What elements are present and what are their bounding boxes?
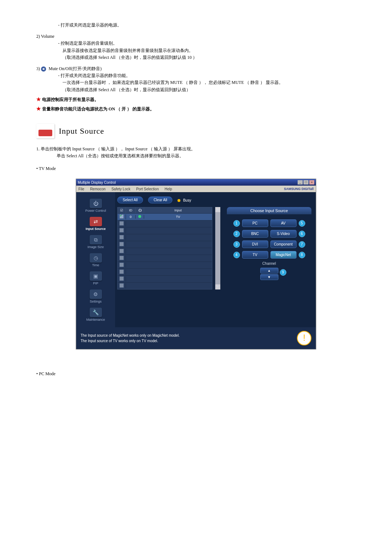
source-bnc-button[interactable]: BNC [242, 230, 268, 238]
sidebar-label-pip: PIP [78, 281, 113, 285]
table-row[interactable] [118, 248, 212, 255]
tv-mode-label: • TV Mode [36, 166, 370, 171]
source-pc-button[interactable]: PC [242, 219, 268, 227]
maximize-button[interactable]: □ [303, 180, 309, 185]
row-checkbox[interactable] [119, 276, 124, 281]
star-icon: ★ [36, 106, 41, 112]
table-row[interactable] [118, 262, 212, 268]
channel-down-button[interactable]: ▼ [260, 274, 278, 280]
source-av-button[interactable]: AV [270, 219, 297, 227]
mute-label: Mute On/Off(打开/关闭静音) [49, 66, 102, 71]
section-heading: Input Source [36, 124, 370, 138]
table-row[interactable]: 0 TV [118, 213, 212, 220]
menu-file[interactable]: File [78, 187, 84, 191]
table-row[interactable] [118, 255, 212, 262]
table-row[interactable] [118, 241, 212, 248]
panel-heading: Choose Input Source [227, 207, 311, 214]
power-desc: - 打开或关闭选定显示器的电源。 [58, 22, 370, 29]
star-note-2: ★ 音量和静音功能只适合电源状态为 ON （ 开 ） 的显示器。 [36, 106, 370, 112]
image-size-icon: ⧉ [90, 235, 102, 244]
sidebar-item-input-source[interactable]: ⇄ Input Source [78, 216, 113, 233]
table-row[interactable] [118, 282, 212, 289]
row-checkbox[interactable] [119, 270, 124, 274]
channel-block: Channel ▲ ▼ 9 [227, 262, 311, 281]
star-icon: ★ [36, 97, 41, 102]
step1-num: 1. [36, 146, 40, 151]
callout-7: 7 [299, 241, 305, 248]
brand-label: SAMSUNG DIGITall [284, 187, 314, 191]
busy-label: Busy [183, 198, 191, 202]
star2-text: 音量和静音功能只适合电源状态为 ON （ 开 ） 的显示器。 [42, 106, 154, 112]
sidebar-item-image-size[interactable]: ⧉ Image Size [78, 234, 113, 251]
source-dvi-button[interactable]: DVI [242, 240, 268, 248]
select-all-button[interactable]: Select All [117, 197, 143, 203]
mute-desc1: - 打开或关闭选定显示器的静音功能。 [58, 72, 370, 79]
sidebar-label-power: Power Control [78, 209, 113, 212]
item-volume: 2) Volume [36, 33, 370, 40]
busy-indicator: Busy [177, 198, 191, 202]
scroll-down-icon[interactable]: ▼ [215, 284, 220, 289]
sidebar-item-time[interactable]: ◷ Time [78, 252, 113, 269]
channel-up-button[interactable]: ▲ [260, 268, 278, 274]
source-component-button[interactable]: Component [270, 240, 297, 248]
sidebar: ⏻ Power Control ⇄ Input Source ⧉ Image S… [76, 192, 115, 327]
sidebar-label-time: Time [78, 263, 113, 267]
choose-source-panel: Choose Input Source 1 PC AV 5 2 BNC S-Vi… [223, 207, 311, 289]
table-row[interactable] [118, 227, 212, 234]
row-checkbox[interactable] [119, 242, 124, 246]
sidebar-item-settings[interactable]: ⚙ Settings [78, 289, 113, 305]
footer-bar: The Input source of MagicNet works only … [76, 327, 316, 349]
speaker-icon [41, 66, 46, 72]
source-magicnet-button[interactable]: MagicNet [270, 251, 297, 259]
row-checkbox[interactable] [119, 263, 124, 267]
menu-remocon[interactable]: Remocon [90, 187, 106, 191]
row-checkbox[interactable] [119, 214, 124, 219]
footer-line1: The Input source of MagicNet works only … [81, 333, 297, 338]
sidebar-label-settings: Settings [78, 300, 113, 303]
star-note-1: ★ 电源控制应用于所有显示器。 [36, 96, 370, 103]
scrollbar[interactable]: ▲ ▼ [215, 207, 220, 289]
col-check-header[interactable]: ☑ [118, 207, 126, 213]
scroll-up-icon[interactable]: ▲ [215, 207, 220, 212]
table-row[interactable] [118, 268, 212, 275]
row-checkbox[interactable] [119, 283, 124, 288]
maintenance-icon: 🔧 [90, 308, 102, 317]
close-button[interactable]: × [309, 180, 314, 185]
vol-num: 2) [36, 34, 40, 39]
menu-port-selection[interactable]: Port Selection [136, 187, 159, 191]
col-input-header: Input [144, 207, 212, 213]
sidebar-item-power[interactable]: ⏻ Power Control [78, 198, 113, 215]
vol-desc3: （取消选择或选择 Select All （全选）时，显示的值返回到默认值 10 … [62, 54, 370, 61]
row-checkbox[interactable] [119, 256, 124, 260]
table-row[interactable] [118, 275, 212, 282]
menu-safety-lock[interactable]: Safety Lock [111, 187, 130, 191]
busy-dot-icon [177, 199, 180, 202]
clear-all-button[interactable]: Clear All [148, 197, 172, 203]
source-tv-button[interactable]: TV [242, 251, 268, 259]
power-status-icon [138, 215, 141, 218]
minimize-button[interactable]: _ [298, 180, 303, 185]
mute-num: 3) [36, 66, 40, 71]
callout-5: 5 [299, 220, 305, 227]
table-header: ☑ ID ⏻ Input [118, 207, 212, 213]
sidebar-item-maintenance[interactable]: 🔧 Maintenance [78, 307, 113, 324]
vol-desc2: 从显示器接收选定显示器的音量级别并将音量级别显示在滚动条内。 [62, 47, 370, 54]
source-svideo-button[interactable]: S-Video [270, 230, 297, 238]
sidebar-item-pip[interactable]: ▣ PIP [78, 271, 113, 287]
menu-help[interactable]: Help [164, 187, 172, 191]
step-1: 1. 单击控制板中的 Input Source （ 输入源 ）， Input S… [36, 146, 370, 153]
row-checkbox[interactable] [119, 235, 124, 239]
row-checkbox[interactable] [119, 249, 124, 253]
row-checkbox[interactable] [119, 221, 124, 226]
main-area: Select All Clear All Busy ☑ ID ⏻ Input [115, 192, 316, 327]
table-row[interactable] [118, 234, 212, 241]
callout-4: 4 [233, 252, 240, 258]
vol-desc1: - 控制选定显示器的音量级别。 [58, 40, 370, 47]
input-source-icon: ⇄ [90, 217, 102, 226]
mute-desc2: 一次选择一台显示器时 ， 如果选定的显示器已经设置为 MUTE （ 静音 ）， … [62, 79, 370, 86]
col-power-header: ⏻ [136, 207, 144, 213]
table-row[interactable] [118, 220, 212, 227]
channel-label: Channel [227, 262, 311, 266]
step1-text: 单击控制板中的 Input Source （ 输入源 ）， Input Sour… [41, 146, 195, 151]
row-checkbox[interactable] [119, 228, 124, 232]
